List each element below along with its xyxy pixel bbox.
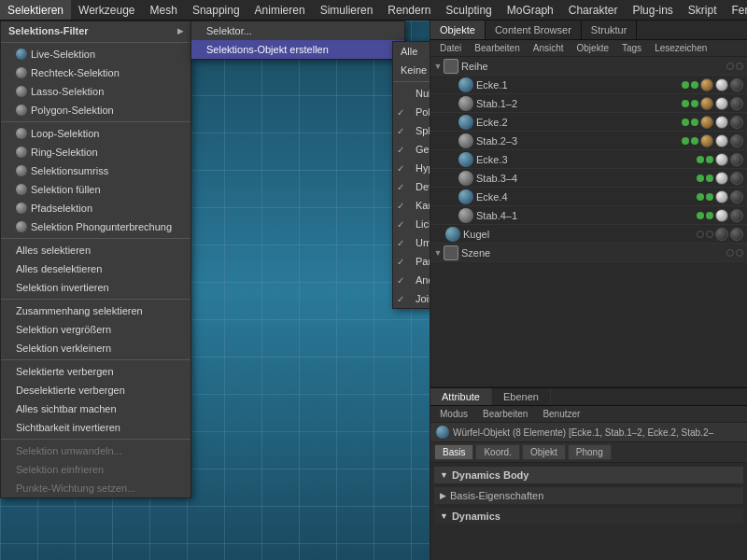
third-joint[interactable]: ✓ Joint: [393, 289, 430, 308]
viewport[interactable]: Selektions-Filter Live-Selektion Rechtec…: [0, 21, 430, 560]
menu-selektion-einfrieren[interactable]: Selektion einfrieren: [1, 460, 190, 479]
menu-sichtbarkeit-invertieren[interactable]: Sichtbarkeit invertieren: [1, 418, 190, 437]
table-row[interactable]: Stab.3–4: [430, 169, 747, 188]
table-row[interactable]: Ecke.4: [430, 188, 747, 206]
table-row[interactable]: Ecke.3: [430, 150, 747, 169]
third-andere[interactable]: ✓ Andere: [393, 271, 430, 289]
selektions-objekt-erstellen[interactable]: Selektions-Objekt erstellen: [191, 40, 404, 59]
attr-tab-objekt[interactable]: Objekt: [522, 444, 566, 460]
menu-alles-deselektieren[interactable]: Alles deselektieren: [1, 259, 190, 278]
obj-toolbar-objekte[interactable]: Objekte: [571, 42, 614, 54]
attr-modus[interactable]: Modus: [434, 408, 473, 420]
table-row[interactable]: Stab.4–1: [430, 206, 747, 225]
table-row[interactable]: Ecke.1: [430, 76, 747, 94]
attr-section-tabs: Basis Koord. Objekt Phong: [430, 442, 747, 463]
third-generator[interactable]: ✓ Generator: [393, 140, 430, 159]
table-row[interactable]: Ecke.2: [430, 113, 747, 132]
menu-selektion-verkleinern[interactable]: Selektion verkleinern: [1, 339, 190, 357]
menu-charakter[interactable]: Charakter: [561, 0, 626, 20]
tab-attribute[interactable]: Attribute: [430, 388, 492, 405]
menu-alles-sichtbar[interactable]: Alles sichtbar machen: [1, 399, 190, 418]
attr-bearbeiten[interactable]: Bearbeiten: [477, 408, 533, 420]
third-polygon[interactable]: ✓ Polygon: [393, 103, 430, 121]
menu-selektion-vergroessern[interactable]: Selektion vergrößern: [1, 320, 190, 339]
attr-object-info: Würfel-Objekt (8 Elemente) [Ecke.1, Stab…: [430, 423, 747, 442]
menu-simulieren[interactable]: Simulieren: [313, 0, 381, 20]
menu-punkte-wichtung[interactable]: Punkte-Wichtung setzen...: [1, 479, 190, 497]
third-partikel[interactable]: ✓ Partikel: [393, 252, 430, 271]
menu-live-selektion[interactable]: Live-Selektion: [1, 45, 190, 63]
menu-selektion-invertieren[interactable]: Selektion invertieren: [1, 278, 190, 297]
obj-toolbar-datei[interactable]: Datei: [434, 42, 467, 54]
selektieren-menu: Selektions-Filter Live-Selektion Rechtec…: [0, 21, 191, 498]
dynamics-body-section: ▼ Dynamics Body: [434, 467, 743, 483]
menu-loop-selektion[interactable]: Loop-Selektion: [1, 124, 190, 143]
tab-ebenen[interactable]: Ebenen: [492, 388, 551, 405]
third-umgebung[interactable]: ✓ Umgebung: [393, 233, 430, 252]
table-row[interactable]: ▼ Szene: [430, 244, 747, 262]
attr-obj-icon: [436, 426, 449, 439]
tab-struktur[interactable]: Struktur: [582, 21, 638, 39]
menu-selektion-umwandeln[interactable]: Selektion umwandeln...: [1, 441, 190, 460]
third-hypernurbs[interactable]: ✓ HyperNURBS: [393, 159, 430, 177]
attr-tab-basis[interactable]: Basis: [434, 444, 473, 460]
obj-toolbar-tags[interactable]: Tags: [616, 42, 647, 54]
menu-alles-selektieren[interactable]: Alles selektieren: [1, 241, 190, 259]
menu-fenster[interactable]: Fenste: [725, 0, 748, 20]
menu-pfadselektion[interactable]: Pfadselektion: [1, 199, 190, 217]
table-row[interactable]: Stab.1–2: [430, 94, 747, 113]
objects-panel: Objekte Content Browser Struktur Datei B…: [430, 21, 747, 387]
basis-eigenschaften-header[interactable]: ▶ Basis-Eigenschaften: [434, 487, 743, 504]
tab-content-browser[interactable]: Content Browser: [486, 21, 582, 39]
third-spline[interactable]: ✓ Spline: [393, 121, 430, 140]
selektions-filter[interactable]: Selektions-Filter: [1, 21, 190, 40]
table-row[interactable]: Stab.2–3: [430, 132, 747, 150]
menu-snapping[interactable]: Snapping: [185, 0, 247, 20]
third-deformer[interactable]: ✓ Deformer: [393, 177, 430, 196]
menu-polygon-selektion[interactable]: Polygon-Selektion: [1, 101, 190, 119]
basis-eigenschaften-section: ▶ Basis-Eigenschaften: [434, 487, 743, 504]
menu-werkzeuge[interactable]: Werkzeuge: [71, 0, 142, 20]
menu-skript[interactable]: Skript: [681, 0, 725, 20]
attr-tab-koord[interactable]: Koord.: [475, 444, 519, 460]
obj-toolbar-lesezeichen[interactable]: Lesezeichen: [649, 42, 712, 54]
table-row[interactable]: ▼ Reihe: [430, 57, 747, 76]
tab-objekte[interactable]: Objekte: [430, 21, 486, 39]
menu-selektieren[interactable]: Selektieren: [0, 0, 71, 20]
table-row[interactable]: Kugel: [430, 225, 747, 244]
third-keine[interactable]: Keine: [393, 61, 430, 79]
secondary-menu: Selektor... Selektions-Objekt erstellen: [190, 21, 405, 60]
menu-mograph[interactable]: MoGraph: [500, 0, 561, 20]
main-layout: Selektions-Filter Live-Selektion Rechtec…: [0, 21, 747, 560]
menu-lasso-selektion[interactable]: Lasso-Selektion: [1, 82, 190, 101]
attr-content: ▼ Dynamics Body ▶ Basis-Eigenschaften ▼ …: [430, 463, 747, 560]
attributes-panel: Attribute Ebenen Modus Bearbeiten Benutz…: [430, 387, 747, 560]
menu-selektionsumriss[interactable]: Selektionsumriss: [1, 161, 190, 180]
menu-rendern[interactable]: Rendern: [380, 0, 438, 20]
menu-deselektierte-verbergen[interactable]: Deselektierte verbergen: [1, 381, 190, 399]
attr-benutzer[interactable]: Benutzer: [537, 408, 585, 420]
third-kamera[interactable]: ✓ Kamera: [393, 196, 430, 215]
menu-selektion-fuellen[interactable]: Selektion füllen: [1, 180, 190, 199]
objects-toolbar: Datei Bearbeiten Ansicht Objekte Tags Le…: [430, 40, 747, 57]
dynamics-header[interactable]: ▼ Dynamics: [434, 508, 743, 525]
dynamics-body-header[interactable]: ▼ Dynamics Body: [434, 467, 743, 483]
menu-selektion-phong[interactable]: Selektion Phongunterbrechung: [1, 217, 190, 236]
third-licht[interactable]: ✓ Licht: [393, 215, 430, 233]
selektor-item[interactable]: Selektor...: [191, 21, 404, 40]
menu-selektierte-verbergen[interactable]: Selektierte verbergen: [1, 362, 190, 381]
menu-ring-selektion[interactable]: Ring-Selektion: [1, 143, 190, 161]
obj-toolbar-ansicht[interactable]: Ansicht: [528, 42, 570, 54]
menu-bar: Selektieren Werkzeuge Mesh Snapping Anim…: [0, 0, 747, 21]
menu-plugins[interactable]: Plug-ins: [625, 0, 680, 20]
menu-zusammenhang-selektieren[interactable]: Zusammenhang selektieren: [1, 301, 190, 320]
obj-toolbar-bearbeiten[interactable]: Bearbeiten: [469, 42, 525, 54]
attr-tab-phong[interactable]: Phong: [568, 444, 612, 460]
right-panel: Objekte Content Browser Struktur Datei B…: [430, 21, 747, 560]
third-null[interactable]: Null: [393, 84, 430, 103]
menu-mesh[interactable]: Mesh: [143, 0, 185, 20]
third-alle[interactable]: Alle: [393, 42, 430, 61]
menu-sculpting[interactable]: Sculpting: [438, 0, 499, 20]
menu-rechteck-selektion[interactable]: Rechteck-Selektion: [1, 63, 190, 82]
menu-animieren[interactable]: Animieren: [247, 0, 313, 20]
